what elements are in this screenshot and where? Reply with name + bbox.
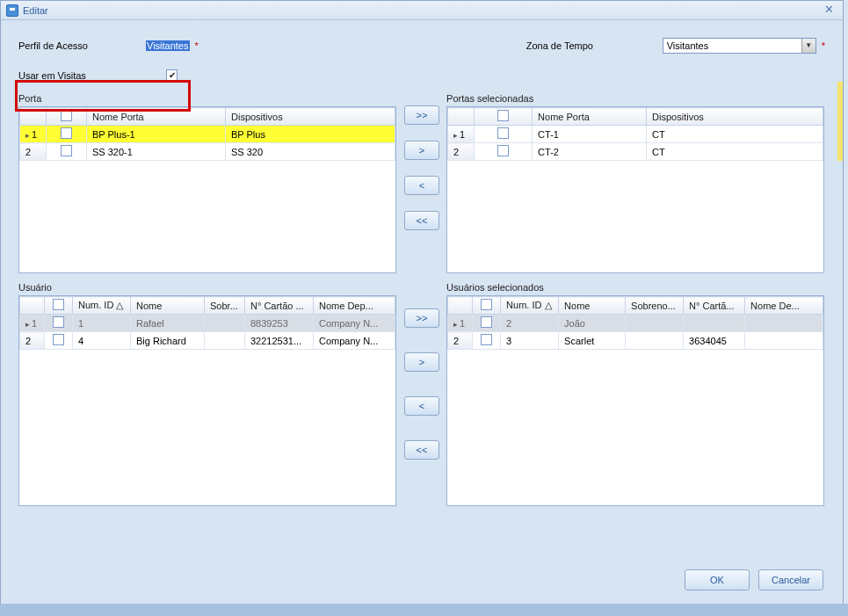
- titlebar: Editar ✕: [1, 1, 843, 20]
- checkall-col[interactable]: [473, 297, 501, 315]
- table-row[interactable]: 2 3 Scarlet 3634045: [448, 332, 823, 350]
- editar-window: Editar ✕ Perfil de Acesso Visitantes * Z…: [0, 0, 844, 607]
- rowhdr-col[interactable]: [448, 297, 473, 315]
- col-dispositivos[interactable]: Dispositivos: [226, 108, 395, 126]
- col-dep[interactable]: Nome Dep...: [314, 297, 395, 315]
- row-checkbox[interactable]: [61, 127, 72, 139]
- move-all-left-button[interactable]: <<: [404, 440, 439, 460]
- rowhdr-col[interactable]: [20, 297, 45, 315]
- row-checkbox[interactable]: [497, 127, 509, 139]
- usuario-sel-grid: Num. ID △ Nome Sobreno... N° Cartã... No…: [446, 295, 824, 506]
- cancel-button[interactable]: Cancelar: [758, 569, 823, 591]
- col-dispositivos[interactable]: Dispositivos: [647, 108, 823, 126]
- col-dep[interactable]: Nome De...: [745, 297, 823, 315]
- perfil-input[interactable]: Visitantes: [146, 40, 190, 51]
- perfil-label: Perfil de Acesso: [18, 40, 146, 51]
- table-row[interactable]: 1 BP Plus-1 BP Plus: [20, 126, 395, 143]
- move-right-button[interactable]: >: [404, 352, 439, 372]
- row-checkbox[interactable]: [481, 334, 492, 345]
- move-all-left-button[interactable]: <<: [404, 211, 439, 230]
- porta-label: Porta: [18, 93, 397, 104]
- usuario-grid: Num. ID △ Nome Sobr... N° Cartão ... Nom…: [18, 295, 396, 506]
- row-checkbox[interactable]: [53, 334, 64, 345]
- porta-grid: Nome Porta Dispositivos 1 BP Plus-1 BP P…: [18, 106, 396, 273]
- outer-frame: [0, 604, 848, 616]
- zona-label: Zona de Tempo: [526, 40, 663, 51]
- col-numid[interactable]: Num. ID △: [73, 297, 131, 315]
- table-row[interactable]: 1 1 Rafael 8839253 Company N...: [20, 315, 395, 332]
- table-row[interactable]: 2 SS 320-1 SS 320: [20, 143, 395, 161]
- rowhdr-col[interactable]: [448, 108, 475, 126]
- col-nome[interactable]: Nome: [559, 297, 626, 315]
- col-nome[interactable]: Nome: [131, 297, 205, 315]
- move-all-right-button[interactable]: >>: [404, 308, 439, 328]
- col-nome-porta[interactable]: Nome Porta: [87, 108, 226, 126]
- row-checkbox[interactable]: [497, 145, 509, 156]
- table-row[interactable]: 2 CT-2 CT: [448, 143, 823, 161]
- checkall-col[interactable]: [45, 297, 73, 315]
- table-row[interactable]: 1 2 João: [448, 315, 823, 332]
- move-right-button[interactable]: >: [404, 141, 439, 160]
- required-mark: *: [195, 40, 199, 51]
- table-row[interactable]: 1 CT-1 CT: [448, 126, 823, 143]
- col-sobr[interactable]: Sobreno...: [626, 297, 684, 315]
- zona-dropdown[interactable]: Visitantes ▼: [663, 38, 816, 54]
- col-cartao[interactable]: N° Cartão ...: [245, 297, 314, 315]
- required-mark: *: [822, 40, 825, 51]
- window-icon: [6, 4, 18, 17]
- move-all-right-button[interactable]: >>: [404, 105, 439, 125]
- close-icon[interactable]: ✕: [820, 4, 837, 18]
- row-checkbox[interactable]: [61, 145, 72, 156]
- usar-checkbox[interactable]: ✔: [166, 69, 178, 81]
- porta-sel-label: Portas selecionadas: [446, 93, 825, 104]
- checkall-col[interactable]: [475, 108, 533, 126]
- rowhdr-col[interactable]: [20, 108, 47, 126]
- porta-sel-grid: Nome Porta Dispositivos 1 CT-1 CT 2: [446, 106, 824, 273]
- move-left-button[interactable]: <: [404, 176, 439, 195]
- usuario-label: Usuário: [18, 282, 397, 293]
- move-left-button[interactable]: <: [404, 396, 439, 416]
- col-numid[interactable]: Num. ID △: [501, 297, 559, 315]
- decorative-edge: [837, 82, 843, 161]
- row-checkbox[interactable]: [481, 316, 492, 328]
- usuario-sel-label: Usuários selecionados: [446, 282, 825, 293]
- window-title: Editar: [23, 5, 48, 16]
- col-cartao[interactable]: N° Cartã...: [684, 297, 745, 315]
- table-row[interactable]: 2 4 Big Richard 32212531... Company N...: [20, 332, 395, 350]
- col-nome-porta[interactable]: Nome Porta: [533, 108, 647, 126]
- checkall-col[interactable]: [47, 108, 87, 126]
- col-sobr[interactable]: Sobr...: [205, 297, 245, 315]
- row-checkbox[interactable]: [53, 316, 64, 328]
- usar-label: Usar em Visitas: [18, 70, 166, 81]
- ok-button[interactable]: OK: [685, 569, 750, 591]
- content: Perfil de Acesso Visitantes * Zona de Te…: [1, 20, 843, 513]
- chevron-down-icon[interactable]: ▼: [801, 39, 815, 53]
